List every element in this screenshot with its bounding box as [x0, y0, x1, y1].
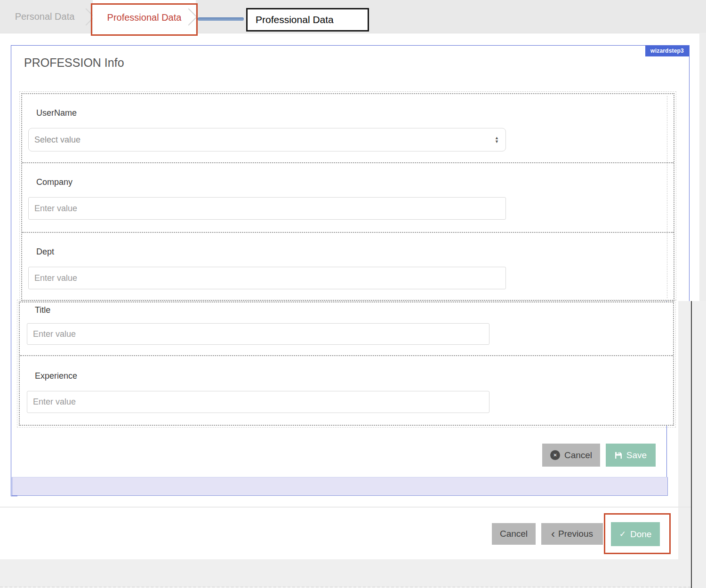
previous-chevron-icon: ‹ — [551, 529, 555, 539]
form-section-lower: Title Experience ✕ Cancel Save — [17, 301, 692, 588]
wizard-cancel-button[interactable]: Cancel — [492, 523, 536, 545]
form-cancel-button[interactable]: ✕ Cancel — [542, 444, 600, 467]
field-experience: Experience — [20, 355, 673, 424]
experience-input[interactable] — [27, 391, 489, 413]
field-title: Title — [20, 302, 673, 355]
window-edge-gutter — [692, 301, 706, 588]
cancel-circle-icon: ✕ — [550, 450, 560, 460]
company-input[interactable] — [28, 197, 506, 220]
title-input[interactable] — [27, 323, 489, 345]
tab-personal-data[interactable]: Personal Data — [0, 0, 89, 33]
wizard-cancel-label: Cancel — [500, 529, 528, 539]
dashed-guide-line — [667, 96, 667, 298]
experience-label: Experience — [35, 371, 77, 381]
footer-divider — [0, 507, 691, 508]
annotation-callout-label: Professional Data — [256, 14, 334, 25]
company-label: Company — [36, 177, 72, 187]
select-updown-icon: ▲ ▼ — [495, 136, 499, 143]
username-label: UserName — [36, 108, 77, 118]
bottom-bar — [0, 559, 691, 588]
wizard-previous-button[interactable]: ‹ Previous — [541, 523, 603, 545]
field-group-lower: Title Experience — [19, 302, 674, 426]
wizard-previous-label: Previous — [558, 529, 593, 539]
select-down-arrow-icon: ▼ — [495, 140, 499, 143]
form-save-button[interactable]: Save — [606, 444, 656, 467]
username-select[interactable]: Select value ▲ ▼ — [28, 128, 506, 151]
tab-personal-data-label: Personal Data — [15, 11, 75, 22]
dept-label: Dept — [36, 247, 54, 257]
save-floppy-icon — [615, 452, 622, 459]
annotation-box-tab — [91, 3, 198, 36]
dept-input[interactable] — [28, 267, 506, 289]
title-label: Title — [35, 305, 50, 315]
username-select-placeholder: Select value — [34, 135, 80, 145]
window-edge-gutter — [699, 33, 706, 303]
page: Personal Data Professional Data wizardst… — [0, 0, 706, 588]
field-company: Company — [22, 162, 674, 232]
panel-footer-strip — [12, 477, 668, 496]
wizardstep-badge: wizardstep3 — [645, 46, 689, 56]
annotation-callout: Professional Data — [246, 8, 369, 32]
annotation-box-done — [604, 513, 671, 554]
form-save-label: Save — [626, 450, 647, 461]
field-username: UserName Select value ▲ ▼ — [22, 94, 674, 162]
field-dept: Dept — [22, 232, 674, 300]
field-group-upper: UserName Select value ▲ ▼ Company Dept — [21, 93, 674, 301]
form-title: PROFESSION Info — [24, 56, 124, 70]
page-gutter — [678, 301, 691, 588]
form-cancel-label: Cancel — [564, 450, 592, 461]
annotation-connector-line — [198, 17, 244, 21]
